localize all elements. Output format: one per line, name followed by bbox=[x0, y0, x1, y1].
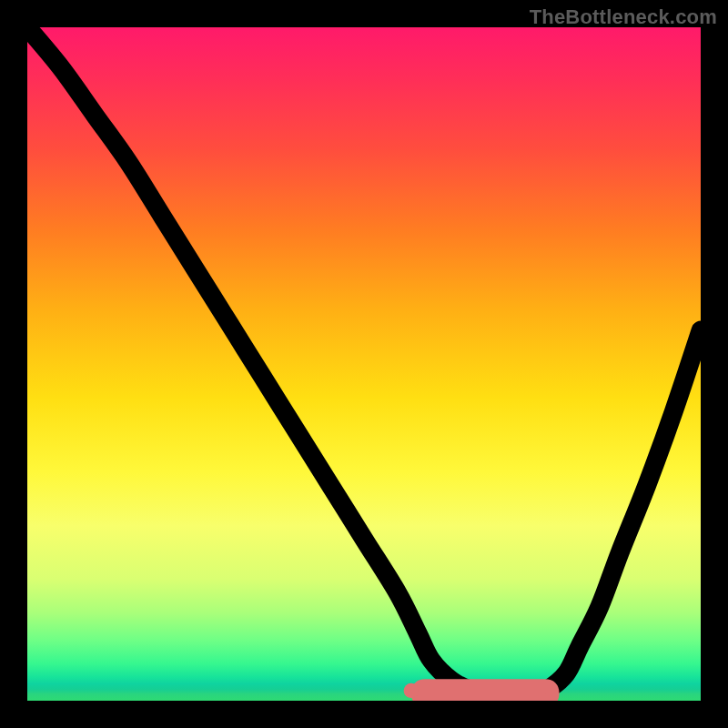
chart-stage: TheBottleneck.com bbox=[0, 0, 728, 728]
watermark-text: TheBottleneck.com bbox=[530, 5, 717, 29]
flat-bottom-overlap bbox=[418, 686, 552, 701]
curve-layer bbox=[27, 27, 701, 701]
plot-area bbox=[27, 27, 701, 701]
bottleneck-curve bbox=[27, 27, 701, 698]
marker-dot bbox=[404, 683, 419, 698]
